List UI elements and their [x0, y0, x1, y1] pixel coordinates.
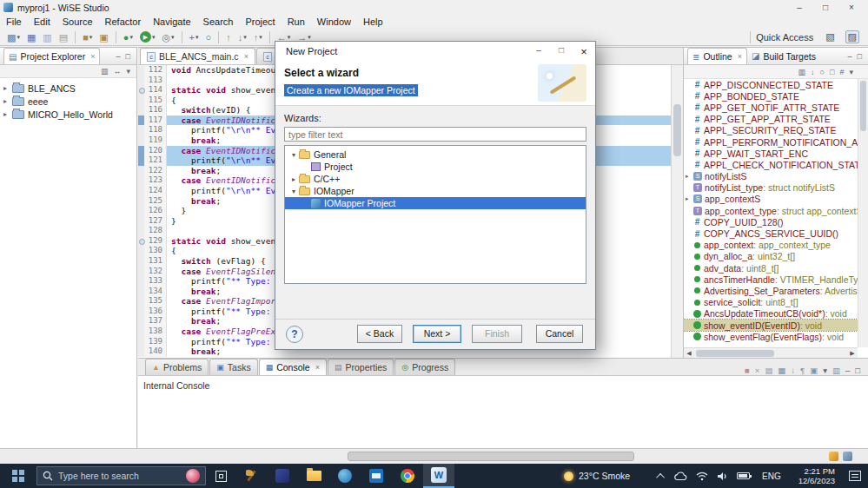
- scroll-lock-icon[interactable]: ↓: [791, 366, 795, 375]
- annotation-gutter[interactable]: [138, 96, 144, 106]
- outline-item[interactable]: #APP_WAIT_START_ENC: [684, 148, 858, 159]
- project-item-micro_hello_world[interactable]: ▸MICRO_Hello_World: [0, 108, 136, 121]
- annotation-gutter[interactable]: [138, 226, 144, 236]
- maximize-button[interactable]: □: [812, 3, 838, 12]
- annotation-gutter[interactable]: [138, 76, 144, 86]
- dropdown-caret-icon[interactable]: ▾: [243, 34, 247, 41]
- outline-item[interactable]: dyn_alloc_a : uint32_t[]: [684, 251, 858, 262]
- annotation-gutter[interactable]: [138, 216, 144, 227]
- wifi-icon[interactable]: [696, 472, 708, 481]
- dropdown-caret-icon[interactable]: ▾: [152, 34, 156, 41]
- search-icon[interactable]: ○: [202, 30, 214, 45]
- open-console-icon[interactable]: ▥: [832, 366, 840, 375]
- word-wrap-icon[interactable]: ¶: [800, 366, 805, 375]
- annotation-gutter[interactable]: [138, 206, 144, 216]
- project-item-ble_ancs[interactable]: ▸BLE_ANCS: [0, 82, 136, 95]
- cdt-perspective-icon[interactable]: ▨: [845, 30, 859, 43]
- menu-file[interactable]: File: [0, 15, 28, 29]
- taskbar-app-pinned-app-dark[interactable]: [267, 464, 298, 488]
- menu-source[interactable]: Source: [56, 15, 99, 29]
- display-console-icon[interactable]: ▾: [823, 366, 827, 375]
- tab-problems[interactable]: ▲Problems: [145, 359, 209, 375]
- minimize-panel-icon[interactable]: –: [848, 52, 852, 61]
- run-icon[interactable]: ▶▾: [137, 30, 158, 45]
- expander-icon[interactable]: ▸: [3, 97, 12, 105]
- clear-console-icon[interactable]: ▦: [778, 366, 785, 375]
- outline-item[interactable]: Tapp_context_type : struct app_contextS: [684, 205, 858, 216]
- scroll-left-icon[interactable]: ◀: [684, 350, 694, 357]
- annotation-gutter[interactable]: [138, 135, 144, 146]
- dialog-close-button[interactable]: ×: [573, 45, 595, 58]
- back-button[interactable]: < Back: [357, 325, 402, 343]
- cloud-icon[interactable]: [673, 471, 687, 481]
- next-annotation-icon[interactable]: ↓▾: [235, 30, 249, 45]
- save-all-icon[interactable]: ▥: [40, 30, 54, 45]
- horizontal-scrollbar-thumb[interactable]: [348, 452, 634, 461]
- remove-launch-icon[interactable]: ×: [755, 366, 760, 375]
- annotation-gutter[interactable]: [138, 85, 144, 96]
- tab-properties[interactable]: ▤Properties: [328, 359, 394, 375]
- dropdown-caret-icon[interactable]: ▾: [89, 34, 93, 41]
- minimize-panel-icon[interactable]: –: [845, 366, 850, 375]
- link-editor-icon[interactable]: ↔: [113, 67, 121, 76]
- taskbar-app-file-explorer[interactable]: [298, 464, 329, 488]
- outline-item[interactable]: show_eventFlag(EventFlags) : void: [684, 331, 858, 342]
- quick-access[interactable]: Quick Access: [756, 32, 813, 43]
- menu-refactor[interactable]: Refactor: [99, 15, 148, 29]
- menu-search[interactable]: Search: [197, 15, 240, 29]
- outline-item[interactable]: ancsTimerHandle : VTIMER_HandleType: [684, 274, 858, 285]
- outline-item[interactable]: AncsUpdateTimeoutCB(void*) : void: [684, 308, 858, 320]
- menu-help[interactable]: Help: [357, 15, 389, 29]
- close-icon[interactable]: ×: [90, 52, 95, 61]
- last-edit-location-icon[interactable]: ↑: [223, 30, 234, 45]
- save-icon[interactable]: ▦: [24, 30, 38, 45]
- view-menu-icon[interactable]: ▾: [849, 68, 853, 76]
- close-icon[interactable]: ×: [738, 52, 742, 61]
- build-all-icon[interactable]: ▣: [96, 30, 110, 45]
- dropdown-caret-icon[interactable]: ▾: [308, 34, 311, 41]
- maximize-panel-icon[interactable]: □: [855, 366, 860, 375]
- terminate-icon[interactable]: ■: [745, 366, 750, 375]
- outline-item[interactable]: Advertising_Set_Parameters : Advertisin: [684, 285, 858, 296]
- dialog-maximize-button[interactable]: □: [550, 45, 573, 58]
- volume-icon[interactable]: [717, 472, 728, 481]
- taskbar-app-chrome-browser[interactable]: [392, 464, 423, 488]
- scrollbar-thumb[interactable]: [860, 81, 866, 131]
- close-button[interactable]: ×: [838, 3, 865, 12]
- help-button[interactable]: ?: [286, 326, 303, 343]
- wizard-filter-input[interactable]: [284, 127, 586, 142]
- dropdown-caret-icon[interactable]: ▾: [129, 34, 133, 41]
- annotation-gutter[interactable]: [138, 267, 144, 277]
- open-perspective-icon[interactable]: ▧: [825, 31, 834, 43]
- annotation-gutter[interactable]: [138, 246, 144, 256]
- annotation-gutter[interactable]: [138, 175, 144, 186]
- outline-item[interactable]: #APP_BONDED_STATE: [684, 90, 858, 102]
- outline-item[interactable]: #APPL_SECURITY_REQ_STATE: [684, 125, 858, 136]
- expander-icon[interactable]: ▸: [288, 175, 299, 183]
- dropdown-caret-icon[interactable]: ▾: [259, 34, 262, 41]
- outline-item[interactable]: service_solicit : uint8_t[]: [684, 297, 858, 308]
- collapse-all-icon[interactable]: ▥: [101, 67, 109, 76]
- annotation-gutter[interactable]: [138, 256, 144, 267]
- show-hidden-icons-icon[interactable]: [656, 472, 665, 481]
- outline-item[interactable]: #APP_GET_APP_ATTR_STATE: [684, 114, 858, 125]
- outline-item[interactable]: show_eventID(EventID) : void: [684, 320, 858, 331]
- taskbar-app-mail-app[interactable]: [361, 464, 392, 488]
- maximize-panel-icon[interactable]: □: [858, 52, 862, 61]
- outline-horizontal-scrollbar[interactable]: ◀ ▶: [684, 347, 858, 358]
- expander-icon[interactable]: ▾: [288, 151, 299, 159]
- annotation-gutter[interactable]: [138, 316, 144, 326]
- start-button[interactable]: [0, 464, 36, 488]
- outline-vertical-scrollbar[interactable]: [858, 79, 868, 347]
- task-view-button[interactable]: [206, 464, 235, 488]
- close-icon[interactable]: ×: [315, 363, 320, 372]
- annotation-gutter[interactable]: [138, 125, 144, 135]
- status-tray-icon[interactable]: [829, 452, 838, 461]
- taskbar-search[interactable]: Type here to search: [36, 466, 206, 485]
- profile-icon[interactable]: ◎▾: [159, 30, 176, 45]
- dropdown-caret-icon[interactable]: ▾: [195, 34, 199, 41]
- language-indicator[interactable]: ENG: [759, 472, 785, 481]
- hide-fields-icon[interactable]: ○: [820, 68, 825, 76]
- menu-window[interactable]: Window: [311, 15, 357, 29]
- annotation-gutter[interactable]: [138, 346, 144, 357]
